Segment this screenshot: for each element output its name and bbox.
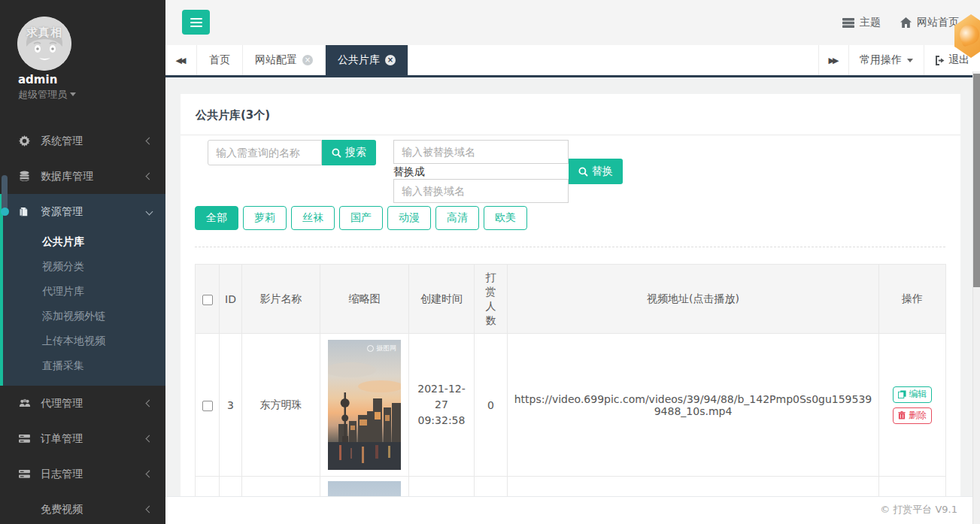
replace-from-input[interactable] [393,140,569,164]
list-icon [18,432,31,445]
row-video-url[interactable]: https://video.699pic.com/videos/39/94/88… [508,334,879,477]
filter-all[interactable]: 全部 [195,206,238,230]
chevron-left-icon [146,471,153,478]
row-checkbox[interactable] [202,401,213,411]
page-title: 公共片库(3个) [181,94,960,135]
camera-icon [367,345,374,352]
no-icon [18,503,31,516]
select-all-checkbox[interactable] [202,295,213,305]
filter-anime[interactable]: 动漫 [387,206,431,230]
table-header-row: ID 影片名称 缩略图 创建时间 打赏人数 视频地址(点击播放) 操作 [196,265,946,334]
row-name: 东方明珠 [242,334,320,477]
sidebar-subitem-upload-local-video[interactable]: 上传本地视频 [3,329,165,353]
row-thumbnail-cell: 摄图网 [320,334,409,477]
row-created: 2021-12-27 09:32:58 [409,334,475,477]
thumbnail-image [328,340,401,470]
filter-stockings[interactable]: 丝袜 [291,206,335,230]
search-group: 搜索 [208,140,376,165]
avatar-watermark-text: 求真相 [17,26,71,40]
replace-button[interactable]: 替换 [569,159,623,184]
footer: © 打赏平台 V9.1 [165,496,980,524]
sidebar-item-resource[interactable]: 资源管理 [3,194,165,229]
sidebar-subitem-public-library[interactable]: 公共片库 [3,229,165,254]
common-operations-dropdown[interactable]: 常用操作 [848,45,924,75]
avatar-image [17,17,71,71]
th-list-icon [842,18,854,28]
close-icon[interactable]: × [302,55,313,65]
topbar: 主题 网站首页 [165,0,980,45]
tabbar: ◀◀ 首页 网站配置 × 公共片库 × ▶▶ 常用操作 退出 [165,45,980,77]
tabs-scroll-left-button[interactable]: ◀◀ [165,45,197,75]
delete-button[interactable]: 删除 [893,407,932,424]
avatar[interactable]: 求真相 [17,17,71,71]
page-scrollbar-thumb[interactable] [973,74,980,287]
trash-icon [898,411,906,420]
users-icon [18,397,31,410]
files-icon [18,205,31,218]
chevron-left-icon [146,173,153,180]
caret-down-icon [907,59,913,62]
tabs-scroll-right-button[interactable]: ▶▶ [818,45,848,75]
tab-home[interactable]: 首页 [197,45,243,75]
tab-site-config[interactable]: 网站配置 × [243,45,326,75]
search-icon [578,167,588,177]
sidebar-item-database[interactable]: 数据库管理 [0,159,165,194]
sidebar-item-order[interactable]: 订单管理 [0,421,165,456]
close-icon[interactable]: × [385,55,396,65]
video-table: ID 影片名称 缩略图 创建时间 打赏人数 视频地址(点击播放) 操作 3 东方… [195,264,946,496]
caret-down-icon [70,92,76,96]
edit-file-icon [898,390,906,398]
sidebar-subitem-add-external-video[interactable]: 添加视频外链 [3,304,165,329]
header-select-all [196,265,220,334]
row-id: 3 [220,334,242,477]
home-icon [900,17,912,28]
database-icon [18,170,31,183]
filter-loli[interactable]: 萝莉 [243,206,287,230]
public-library-card: 公共片库(3个) 搜索 替换成 [181,94,960,496]
page-scrollbar[interactable] [972,71,980,524]
header-name: 影片名称 [242,265,320,334]
category-filters: 全部 萝莉 丝袜 国产 动漫 高清 欧美 [195,206,945,230]
filter-hd[interactable]: 高清 [435,206,479,230]
filter-western[interactable]: 欧美 [484,206,527,230]
replace-group: 替换成 替换 [393,140,627,203]
header-thumbnail: 缩略图 [320,265,409,334]
edit-button[interactable]: 编辑 [893,386,932,403]
sidebar-subitem-video-category[interactable]: 视频分类 [3,254,165,279]
search-button[interactable]: 搜索 [322,140,376,165]
search-icon [332,148,341,158]
chevron-left-icon [146,506,153,513]
sidebar-subitem-agent-library[interactable]: 代理片库 [3,279,165,304]
table-row: 3 东方明珠 [196,334,946,477]
card-body: 搜索 替换成 替换 全部 萝莉 [181,135,960,496]
sidebar-item-system[interactable]: 系统管理 [0,123,165,159]
sidebar-item-agent[interactable]: 代理管理 [0,386,165,421]
menu-toggle-button[interactable] [182,10,210,35]
row-reward-count: 0 [475,334,508,477]
list-icon [18,468,31,480]
header-actions: 操作 [879,265,946,334]
chevron-left-icon [146,435,153,443]
sidebar-nav: 系统管理 数据库管理 资源管理 公共片库 [0,123,165,524]
main-content: 公共片库(3个) 搜索 替换成 [165,77,980,524]
sidebar-subitem-live-capture[interactable]: 直播采集 [3,353,165,378]
app-window: 求真相 admin 超级管理员 系统管理 数据库管理 [0,0,980,524]
sidebar-submenu-resource: 公共片库 视频分类 代理片库 添加视频外链 上传本地视频 直播采集 [3,229,165,386]
sidebar-scrollbar-dot[interactable] [1,207,9,216]
site-home-link[interactable]: 网站首页 [900,16,959,29]
gear-icon [18,135,31,147]
replace-to-input[interactable] [393,179,569,203]
tab-public-library[interactable]: 公共片库 × [326,45,408,75]
header-video-url: 视频地址(点击播放) [508,265,879,334]
theme-link[interactable]: 主题 [842,16,881,29]
role-selector[interactable]: 超级管理员 [18,88,76,101]
sidebar-item-free-video[interactable]: 免费视频 [0,492,165,524]
chevron-left-icon [146,400,153,407]
dashed-divider [195,247,945,247]
sidebar-item-log[interactable]: 日志管理 [0,456,165,492]
sidebar-scrollbar-thumb[interactable] [2,175,8,211]
video-thumbnail[interactable] [328,481,401,496]
video-thumbnail[interactable]: 摄图网 [328,340,401,470]
search-input[interactable] [208,140,322,165]
filter-domestic[interactable]: 国产 [339,206,383,230]
